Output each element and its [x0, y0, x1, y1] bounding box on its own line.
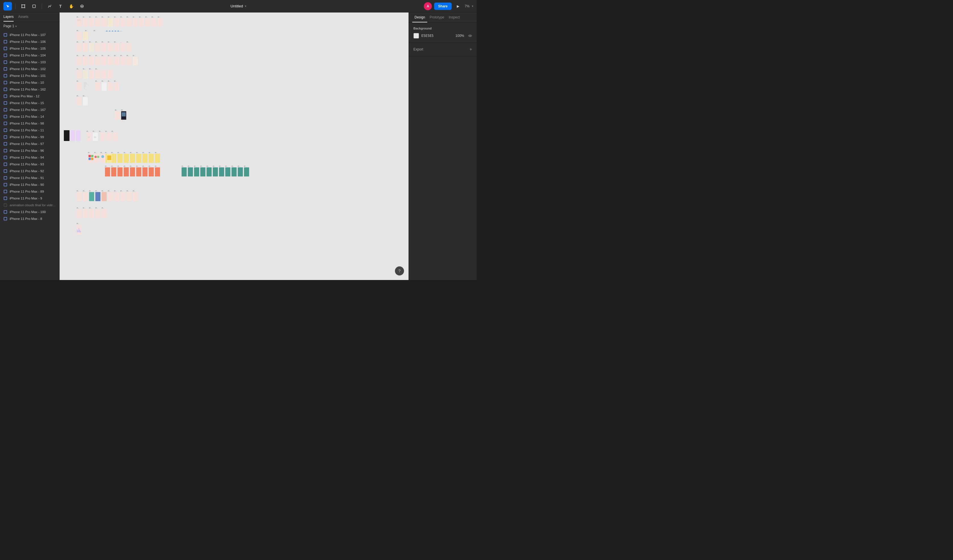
layer-item-layer-167[interactable]: iPhone 11 Pro Max - 167: [0, 106, 59, 113]
svg-rect-63: [145, 18, 151, 27]
frame-layer-icon: [3, 183, 8, 187]
svg-text:IP...: IP...: [130, 165, 132, 167]
svg-text:IP...: IP...: [83, 190, 85, 192]
svg-text:IP...: IP...: [136, 152, 138, 154]
export-add-button[interactable]: +: [470, 47, 472, 52]
svg-rect-254: [77, 192, 82, 201]
svg-rect-57: [108, 18, 113, 27]
layer-label: iPhone 11 Pro Max - 8: [10, 217, 42, 220]
layer-item-layer-92[interactable]: iPhone 11 Pro Max - 92: [0, 168, 59, 174]
share-button[interactable]: Share: [434, 3, 452, 10]
layer-item-layer-102[interactable]: iPhone 11 Pro Max - 102: [0, 65, 59, 72]
svg-rect-162: [100, 132, 105, 141]
svg-rect-210: [143, 168, 147, 177]
pen-tool[interactable]: [45, 2, 54, 11]
background-color-swatch[interactable]: [413, 33, 419, 39]
svg-rect-5: [33, 5, 36, 8]
layer-item-layer-103[interactable]: iPhone 11 Pro Max - 103: [0, 59, 59, 65]
layer-label: iPhone 11 Pro Max - 93: [10, 163, 44, 166]
layer-item-layer-94[interactable]: iPhone 11 Pro Max - 94: [0, 154, 59, 161]
layer-label: iPhone 11 Pro Max - 162: [10, 88, 46, 91]
svg-rect-161: [94, 137, 96, 138]
help-button[interactable]: ?: [395, 266, 404, 275]
layer-item-layer-96[interactable]: iPhone 11 Pro Max - 96: [0, 147, 59, 154]
comment-tool[interactable]: [78, 2, 86, 11]
zoom-chevron-icon: ▾: [472, 5, 473, 8]
play-button[interactable]: ▶: [454, 2, 463, 11]
svg-rect-30: [4, 170, 7, 172]
layer-item-layer-100[interactable]: iPhone 11 Pro Max - 100: [0, 208, 59, 215]
frame-layer-icon: [3, 115, 8, 119]
svg-rect-189: [124, 154, 129, 163]
svg-text:IP...: IP...: [143, 165, 145, 167]
layer-item-layer-104[interactable]: iPhone 11 Pro Max - 104: [0, 52, 59, 59]
svg-point-172: [123, 121, 124, 121]
layer-item-layer-91[interactable]: iPhone 11 Pro Max - 91: [0, 174, 59, 181]
layer-label: iPhone 11 Pro Max - 90: [10, 183, 44, 186]
svg-rect-228: [206, 168, 212, 177]
layer-item-layer-98[interactable]: iPhone 11 Pro Max - 98: [0, 120, 59, 127]
svg-rect-56: [102, 18, 107, 27]
frame-tool[interactable]: [19, 2, 28, 11]
svg-rect-23: [4, 122, 7, 125]
layer-item-layer-93[interactable]: iPhone 11 Pro Max - 93: [0, 161, 59, 168]
svg-text:IP...: IP...: [124, 165, 126, 167]
layer-item-layer-9[interactable]: iPhone 11 Pro Max - 9: [0, 195, 59, 202]
layer-label: iPhone 11 Pro Max - 96: [10, 149, 44, 152]
svg-text:IP...: IP...: [77, 223, 79, 224]
hand-tool[interactable]: ✋: [67, 2, 76, 11]
layer-item-layer-14[interactable]: iPhone 11 Pro Max - 14: [0, 113, 59, 120]
layer-item-layer-101[interactable]: iPhone 11 Pro Max - 101: [0, 72, 59, 79]
svg-text:IP...: IP...: [108, 55, 110, 56]
background-opacity[interactable]: 100%: [455, 34, 464, 38]
layer-item-layer-90[interactable]: iPhone 11 Pro Max - 90: [0, 181, 59, 188]
svg-rect-204: [105, 168, 110, 177]
layer-item-layer-97[interactable]: iPhone 11 Pro Max - 97: [0, 140, 59, 147]
svg-rect-81: [83, 43, 88, 52]
layers-list[interactable]: iPhone 11 Pro Max - 107iPhone 11 Pro Max…: [0, 30, 59, 280]
tab-inspect[interactable]: Inspect: [447, 12, 462, 22]
visibility-icon[interactable]: [468, 34, 472, 38]
layer-item-layer-89[interactable]: iPhone 11 Pro Max - 89: [0, 188, 59, 195]
svg-rect-170: [122, 117, 126, 119]
layer-item-layer-99[interactable]: iPhone 11 Pro Max - 99: [0, 133, 59, 140]
layer-item-layer-animation[interactable]: animation clouds final for video-01 1: [0, 202, 59, 208]
text-tool[interactable]: T: [56, 2, 65, 11]
cursor-tool[interactable]: [3, 2, 12, 11]
svg-rect-242: [91, 158, 93, 160]
tab-design[interactable]: Design: [412, 12, 427, 22]
layer-item-layer-105[interactable]: iPhone 11 Pro Max - 105: [0, 45, 59, 52]
layer-label: iPhone Pro Max - 12: [10, 95, 39, 98]
tab-assets[interactable]: Assets: [18, 15, 28, 22]
svg-text:IP...: IP...: [238, 165, 240, 167]
shape-tool[interactable]: [30, 2, 38, 11]
layer-item-layer-8[interactable]: iPhone 11 Pro Max - 8: [0, 215, 59, 222]
canvas-viewport[interactable]: IP... IP... IP... IP... IP... IP... IP..…: [60, 12, 408, 280]
svg-rect-13: [4, 54, 7, 57]
svg-rect-112: [102, 57, 107, 65]
layer-item-layer-107[interactable]: iPhone 11 Pro Max - 107: [0, 31, 59, 38]
svg-rect-277: [89, 209, 94, 218]
export-section: Export +: [409, 43, 476, 56]
layer-item-layer-162[interactable]: iPhone 11 Pro Max - 162: [0, 86, 59, 93]
background-hex[interactable]: E5E5E5: [421, 34, 433, 38]
svg-rect-77: [115, 31, 116, 31]
canvas-area[interactable]: IP... IP... IP... IP... IP... IP... IP..…: [60, 12, 408, 280]
svg-text:IP...: IP...: [102, 80, 104, 82]
layer-item-layer-106[interactable]: iPhone 11 Pro Max - 106: [0, 38, 59, 45]
tab-prototype[interactable]: Prototype: [427, 12, 446, 22]
svg-text:IP...: IP...: [200, 165, 203, 167]
layer-item-layer-15[interactable]: iPhone 11 Pro Max - 15: [0, 99, 59, 106]
frame-layer-icon: [3, 94, 8, 98]
frame-layer-icon: [3, 217, 8, 221]
frame-layer-icon: [3, 210, 8, 214]
layer-item-layer-12[interactable]: iPhone Pro Max - 12: [0, 93, 59, 99]
svg-text:IP...: IP...: [127, 55, 129, 56]
page-selector[interactable]: Page 1 ▾: [0, 22, 59, 30]
layer-item-layer-10[interactable]: iPhone 11 Pro Max - 10: [0, 79, 59, 86]
layer-item-layer-11[interactable]: iPhone 11 Pro Max - 11: [0, 127, 59, 133]
tab-layers[interactable]: Layers: [3, 15, 14, 22]
layer-label: iPhone 11 Pro Max - 9: [10, 197, 42, 200]
svg-rect-17: [4, 81, 7, 84]
zoom-level[interactable]: 7%: [465, 4, 470, 8]
